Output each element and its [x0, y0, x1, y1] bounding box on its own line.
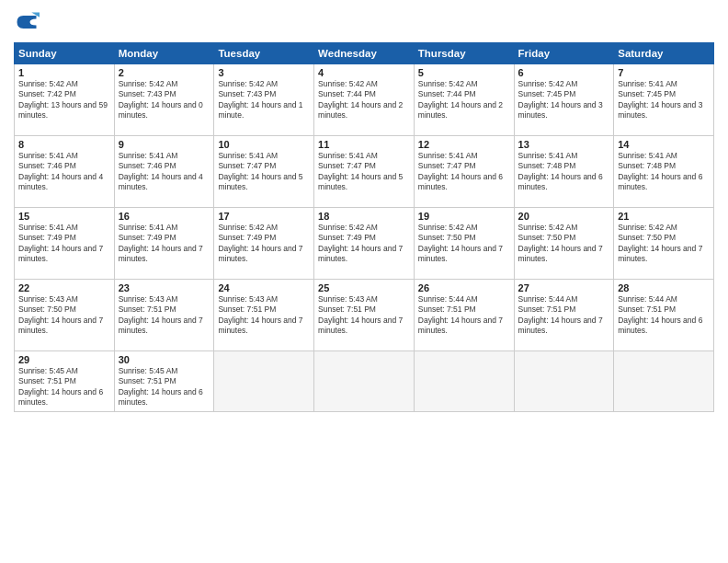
calendar-day-cell: 19 Sunrise: 5:42 AMSunset: 7:50 PMDaylig… — [414, 208, 514, 280]
day-info: Sunrise: 5:43 AMSunset: 7:50 PMDaylight:… — [18, 294, 110, 337]
day-info: Sunrise: 5:41 AMSunset: 7:48 PMDaylight:… — [518, 151, 610, 193]
weekday-header: Saturday — [614, 43, 714, 64]
day-number: 8 — [18, 139, 110, 150]
day-info: Sunrise: 5:45 AMSunset: 7:51 PMDaylight:… — [119, 366, 210, 408]
calendar-day-cell: 6 Sunrise: 5:42 AMSunset: 7:45 PMDayligh… — [514, 64, 614, 136]
calendar-table: SundayMondayTuesdayWednesdayThursdayFrid… — [14, 42, 714, 412]
day-info: Sunrise: 5:44 AMSunset: 7:51 PMDaylight:… — [518, 294, 610, 337]
weekday-header: Thursday — [414, 43, 514, 64]
calendar-day-cell: 22 Sunrise: 5:43 AMSunset: 7:50 PMDaylig… — [15, 280, 115, 351]
day-number: 3 — [218, 67, 310, 78]
day-info: Sunrise: 5:42 AMSunset: 7:44 PMDaylight:… — [318, 79, 410, 121]
calendar-day-cell: 28 Sunrise: 5:44 AMSunset: 7:51 PMDaylig… — [614, 280, 714, 351]
calendar-day-cell: 30 Sunrise: 5:45 AMSunset: 7:51 PMDaylig… — [114, 351, 214, 412]
calendar-day-cell: 15 Sunrise: 5:41 AMSunset: 7:49 PMDaylig… — [15, 208, 115, 280]
calendar-day-cell: 12 Sunrise: 5:41 AMSunset: 7:47 PMDaylig… — [414, 136, 514, 208]
day-number: 24 — [218, 282, 310, 293]
day-number: 26 — [418, 282, 510, 293]
day-info: Sunrise: 5:41 AMSunset: 7:45 PMDaylight:… — [618, 79, 710, 121]
day-number: 9 — [119, 139, 210, 150]
day-info: Sunrise: 5:42 AMSunset: 7:49 PMDaylight:… — [218, 223, 310, 265]
header — [14, 9, 714, 35]
calendar-day-cell: 3 Sunrise: 5:42 AMSunset: 7:43 PMDayligh… — [214, 64, 314, 136]
day-number: 16 — [119, 211, 210, 222]
calendar-day-cell: 18 Sunrise: 5:42 AMSunset: 7:49 PMDaylig… — [314, 208, 415, 280]
day-number: 22 — [18, 282, 110, 293]
logo — [14, 9, 43, 35]
day-info: Sunrise: 5:42 AMSunset: 7:50 PMDaylight:… — [618, 223, 710, 265]
calendar-day-cell: 20 Sunrise: 5:42 AMSunset: 7:50 PMDaylig… — [514, 208, 614, 280]
day-info: Sunrise: 5:41 AMSunset: 7:49 PMDaylight:… — [119, 223, 210, 265]
day-info: Sunrise: 5:41 AMSunset: 7:48 PMDaylight:… — [618, 151, 710, 193]
day-number: 19 — [418, 211, 510, 222]
day-info: Sunrise: 5:42 AMSunset: 7:43 PMDaylight:… — [218, 79, 310, 121]
day-number: 29 — [18, 354, 110, 365]
calendar-week-row: 15 Sunrise: 5:41 AMSunset: 7:49 PMDaylig… — [15, 208, 714, 280]
weekday-header: Wednesday — [314, 43, 415, 64]
day-info: Sunrise: 5:42 AMSunset: 7:44 PMDaylight:… — [418, 79, 510, 121]
calendar-day-cell: 11 Sunrise: 5:41 AMSunset: 7:47 PMDaylig… — [314, 136, 415, 208]
calendar-day-cell: 14 Sunrise: 5:41 AMSunset: 7:48 PMDaylig… — [614, 136, 714, 208]
day-info: Sunrise: 5:41 AMSunset: 7:47 PMDaylight:… — [418, 151, 510, 193]
calendar-day-cell: 25 Sunrise: 5:43 AMSunset: 7:51 PMDaylig… — [314, 280, 415, 351]
day-number: 14 — [618, 139, 710, 150]
calendar-day-cell: 27 Sunrise: 5:44 AMSunset: 7:51 PMDaylig… — [514, 280, 614, 351]
calendar-day-cell: 2 Sunrise: 5:42 AMSunset: 7:43 PMDayligh… — [114, 64, 214, 136]
day-info: Sunrise: 5:42 AMSunset: 7:45 PMDaylight:… — [518, 79, 610, 121]
day-number: 17 — [218, 211, 310, 222]
day-number: 4 — [318, 67, 410, 78]
day-info: Sunrise: 5:44 AMSunset: 7:51 PMDaylight:… — [418, 294, 510, 337]
calendar-week-row: 29 Sunrise: 5:45 AMSunset: 7:51 PMDaylig… — [15, 351, 714, 412]
day-number: 28 — [618, 282, 710, 293]
day-number: 20 — [518, 211, 610, 222]
logo-icon — [14, 9, 40, 35]
calendar-day-cell — [314, 351, 415, 412]
calendar-week-row: 1 Sunrise: 5:42 AMSunset: 7:42 PMDayligh… — [15, 64, 714, 136]
calendar-day-cell: 4 Sunrise: 5:42 AMSunset: 7:44 PMDayligh… — [314, 64, 415, 136]
day-info: Sunrise: 5:41 AMSunset: 7:49 PMDaylight:… — [18, 223, 110, 265]
day-number: 2 — [119, 67, 210, 78]
day-info: Sunrise: 5:41 AMSunset: 7:46 PMDaylight:… — [119, 151, 210, 193]
day-info: Sunrise: 5:41 AMSunset: 7:47 PMDaylight:… — [318, 151, 410, 193]
day-number: 25 — [318, 282, 410, 293]
day-number: 7 — [618, 67, 710, 78]
day-info: Sunrise: 5:42 AMSunset: 7:42 PMDaylight:… — [18, 79, 110, 121]
day-info: Sunrise: 5:42 AMSunset: 7:49 PMDaylight:… — [318, 223, 410, 265]
calendar-day-cell: 1 Sunrise: 5:42 AMSunset: 7:42 PMDayligh… — [15, 64, 115, 136]
day-info: Sunrise: 5:45 AMSunset: 7:51 PMDaylight:… — [18, 366, 110, 408]
weekday-header: Monday — [114, 43, 214, 64]
calendar-day-cell: 13 Sunrise: 5:41 AMSunset: 7:48 PMDaylig… — [514, 136, 614, 208]
day-info: Sunrise: 5:42 AMSunset: 7:50 PMDaylight:… — [518, 223, 610, 265]
day-number: 11 — [318, 139, 410, 150]
weekday-header: Sunday — [15, 43, 115, 64]
calendar-day-cell — [614, 351, 714, 412]
calendar-week-row: 22 Sunrise: 5:43 AMSunset: 7:50 PMDaylig… — [15, 280, 714, 351]
calendar-day-cell: 29 Sunrise: 5:45 AMSunset: 7:51 PMDaylig… — [15, 351, 115, 412]
day-number: 6 — [518, 67, 610, 78]
day-number: 12 — [418, 139, 510, 150]
weekday-header: Tuesday — [214, 43, 314, 64]
day-info: Sunrise: 5:43 AMSunset: 7:51 PMDaylight:… — [318, 294, 410, 337]
calendar-day-cell: 8 Sunrise: 5:41 AMSunset: 7:46 PMDayligh… — [15, 136, 115, 208]
day-number: 21 — [618, 211, 710, 222]
day-number: 15 — [18, 211, 110, 222]
day-number: 10 — [218, 139, 310, 150]
calendar-day-cell: 5 Sunrise: 5:42 AMSunset: 7:44 PMDayligh… — [414, 64, 514, 136]
day-number: 30 — [119, 354, 210, 365]
day-info: Sunrise: 5:44 AMSunset: 7:51 PMDaylight:… — [618, 294, 710, 337]
day-number: 18 — [318, 211, 410, 222]
day-info: Sunrise: 5:42 AMSunset: 7:43 PMDaylight:… — [119, 79, 210, 121]
calendar-day-cell — [514, 351, 614, 412]
calendar-day-cell: 17 Sunrise: 5:42 AMSunset: 7:49 PMDaylig… — [214, 208, 314, 280]
calendar-day-cell: 9 Sunrise: 5:41 AMSunset: 7:46 PMDayligh… — [114, 136, 214, 208]
weekday-header-row: SundayMondayTuesdayWednesdayThursdayFrid… — [15, 43, 714, 64]
day-info: Sunrise: 5:41 AMSunset: 7:47 PMDaylight:… — [218, 151, 310, 193]
day-info: Sunrise: 5:43 AMSunset: 7:51 PMDaylight:… — [119, 294, 210, 337]
day-number: 1 — [18, 67, 110, 78]
day-number: 5 — [418, 67, 510, 78]
weekday-header: Friday — [514, 43, 614, 64]
calendar-day-cell: 16 Sunrise: 5:41 AMSunset: 7:49 PMDaylig… — [114, 208, 214, 280]
calendar-day-cell: 21 Sunrise: 5:42 AMSunset: 7:50 PMDaylig… — [614, 208, 714, 280]
day-info: Sunrise: 5:43 AMSunset: 7:51 PMDaylight:… — [218, 294, 310, 337]
day-number: 23 — [119, 282, 210, 293]
